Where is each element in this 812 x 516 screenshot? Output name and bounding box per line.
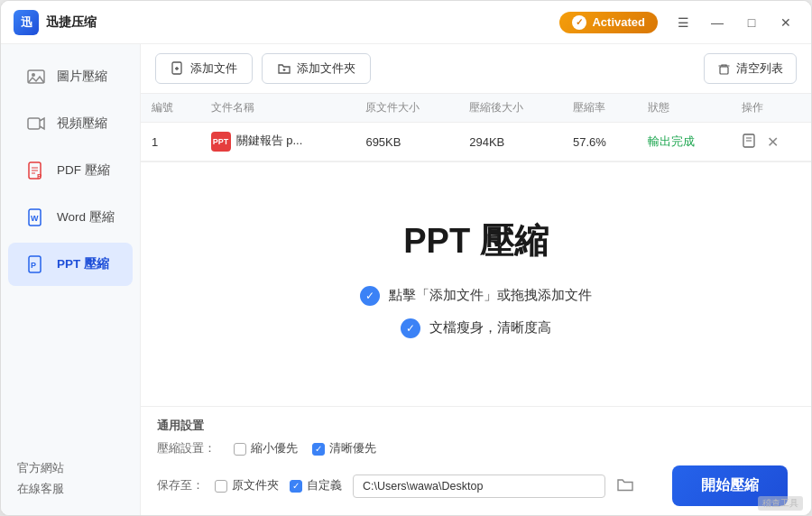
promo-feature-2: ✓ 文檔瘦身，清晰度高 (401, 318, 551, 338)
sidebar-word-label: Word 壓縮 (57, 209, 115, 226)
svg-text:P: P (31, 261, 36, 270)
cell-status: 輸出完成 (637, 123, 731, 161)
trash-icon (717, 62, 731, 76)
sidebar-pdf-label: PDF 壓縮 (57, 162, 110, 179)
promo-feature-1-text: 點擊「添加文件」或拖拽添加文件 (389, 287, 592, 304)
file-table: 編號 文件名稱 原文件大小 壓縮後大小 壓縮率 狀態 操作 1 PPT關鍵報告 … (141, 94, 811, 161)
clear-list-button[interactable]: 清空列表 (704, 53, 797, 84)
sidebar-item-ppt[interactable]: P PPT 壓縮 (8, 243, 133, 286)
custom-label: 自定義 (307, 478, 342, 493)
option-small-priority-label: 縮小優先 (251, 441, 298, 456)
promo-feature-1: ✓ 點擊「添加文件」或拖拽添加文件 (360, 286, 592, 306)
svg-rect-17 (720, 67, 728, 74)
sidebar-item-image[interactable]: 圖片壓縮 (8, 55, 133, 98)
save-row: 保存至： 原文件夾 自定義 開始壓縮 (157, 465, 795, 506)
cell-filename: PPT關鍵報告 p... (200, 123, 355, 161)
cell-ratio: 57.6% (562, 123, 637, 161)
promo-title: PPT 壓縮 (403, 218, 548, 264)
col-status: 狀態 (637, 94, 731, 123)
col-original-size: 原文件大小 (355, 94, 458, 123)
file-table-container: 編號 文件名稱 原文件大小 壓縮後大小 壓縮率 狀態 操作 1 PPT關鍵報告 … (141, 94, 811, 162)
app-name: 迅捷压缩 (46, 14, 97, 31)
browse-folder-button[interactable] (616, 475, 634, 497)
clear-list-label: 清空列表 (736, 60, 783, 77)
official-site-link[interactable]: 官方網站 (17, 461, 124, 476)
svg-point-1 (32, 73, 35, 77)
promo-area: PPT 壓縮 ✓ 點擊「添加文件」或拖拽添加文件 ✓ 文檔瘦身，清晰度高 (141, 162, 811, 406)
option-clear-priority-cb (312, 443, 325, 456)
add-file-label: 添加文件 (190, 60, 237, 77)
feature-check-1: ✓ (360, 286, 380, 306)
original-folder-option[interactable]: 原文件夾 (215, 478, 279, 493)
sidebar-image-label: 圖片壓縮 (57, 69, 107, 85)
save-path-input[interactable] (353, 475, 605, 498)
add-file-button[interactable]: 添加文件 (155, 53, 253, 84)
image-icon (24, 65, 48, 88)
cell-original-size: 695KB (355, 123, 458, 161)
settings-title: 通用設置 (157, 418, 795, 434)
check-icon: ✓ (572, 15, 586, 30)
option-small-priority-cb (234, 443, 246, 456)
feature-check-2: ✓ (401, 318, 420, 338)
sidebar-bottom: 官方網站 在線客服 (1, 452, 140, 506)
sidebar-item-word[interactable]: W Word 壓縮 (8, 196, 133, 239)
main-layout: 圖片壓縮 視頻壓縮 P PDF 壓縮 W Word 壓縮 (1, 44, 811, 515)
table-row: 1 PPT關鍵報告 p... 695KB 294KB 57.6% 輸出完成 ✕ (141, 123, 811, 161)
sidebar-item-video[interactable]: 視頻壓縮 (8, 102, 133, 145)
add-folder-button[interactable]: 添加文件夾 (262, 53, 371, 84)
table-header-row: 編號 文件名稱 原文件大小 壓縮後大小 壓縮率 狀態 操作 (141, 94, 811, 123)
cell-index: 1 (141, 123, 200, 161)
word-icon: W (24, 206, 48, 229)
original-folder-cb (215, 480, 227, 493)
bottom-section: 通用設置 壓縮設置： 縮小優先 清晰優先 保存至： (141, 406, 811, 515)
custom-option[interactable]: 自定義 (290, 478, 342, 493)
col-index: 編號 (141, 94, 200, 123)
svg-text:P: P (37, 172, 42, 180)
minimize-button[interactable]: — (705, 10, 730, 35)
col-filename: 文件名稱 (200, 94, 355, 123)
promo-feature-2-text: 文檔瘦身，清晰度高 (429, 319, 551, 336)
custom-cb (290, 480, 302, 493)
compress-settings-label: 壓縮設置： (157, 441, 216, 456)
delete-file-icon[interactable]: ✕ (767, 134, 779, 151)
sidebar: 圖片壓縮 視頻壓縮 P PDF 壓縮 W Word 壓縮 (1, 44, 141, 515)
close-button[interactable]: ✕ (773, 10, 798, 35)
window-controls: ☰ — □ ✕ (670, 10, 798, 35)
svg-text:W: W (31, 214, 39, 223)
col-action: 操作 (731, 94, 811, 123)
col-ratio: 壓縮率 (562, 94, 637, 123)
content-area: 添加文件 添加文件夾 清空列表 編號 文件 (141, 44, 811, 515)
original-folder-label: 原文件夾 (232, 478, 279, 493)
save-label: 保存至： (157, 478, 204, 493)
col-compressed-size: 壓縮後大小 (458, 94, 562, 123)
video-icon (24, 112, 48, 135)
add-folder-icon (277, 61, 291, 76)
logo-icon: 迅 (14, 10, 39, 35)
add-folder-label: 添加文件夾 (297, 60, 355, 77)
option-clear-priority[interactable]: 清晰優先 (312, 441, 376, 456)
sidebar-item-pdf[interactable]: P PDF 壓縮 (8, 149, 133, 192)
online-support-link[interactable]: 在線客服 (17, 482, 124, 497)
activated-badge: ✓ Activated (559, 12, 658, 33)
toolbar: 添加文件 添加文件夾 清空列表 (141, 44, 811, 94)
activated-label: Activated (592, 15, 645, 29)
file-type-badge: PPT (211, 132, 231, 152)
sidebar-video-label: 視頻壓縮 (57, 115, 107, 132)
watermark: 稽查工具 (758, 496, 803, 511)
pdf-icon: P (24, 159, 48, 182)
add-file-icon (171, 61, 185, 76)
svg-rect-2 (28, 118, 40, 129)
title-bar: 迅 迅捷压缩 ✓ Activated ☰ — □ ✕ (1, 1, 811, 44)
ppt-icon: P (24, 253, 48, 276)
compress-settings-row: 壓縮設置： 縮小優先 清晰優先 (157, 441, 795, 456)
maximize-button[interactable]: □ (739, 10, 764, 35)
cell-actions: ✕ (731, 123, 811, 161)
option-clear-priority-label: 清晰優先 (329, 441, 376, 456)
menu-button[interactable]: ☰ (670, 10, 696, 35)
app-logo: 迅 迅捷压缩 (14, 10, 97, 35)
cell-compressed-size: 294KB (458, 123, 562, 161)
option-small-priority[interactable]: 縮小優先 (234, 441, 298, 456)
open-file-icon[interactable] (742, 132, 758, 152)
sidebar-ppt-label: PPT 壓縮 (57, 256, 109, 272)
